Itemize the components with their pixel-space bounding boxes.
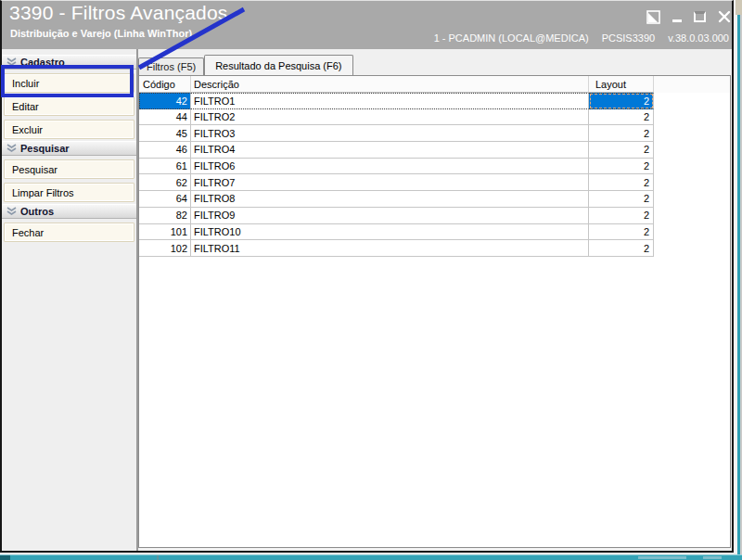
cell-descricao[interactable]: FILTRO10	[191, 224, 589, 241]
sidebar: Cadastro Incluir Editar Excluir Pesquisa…	[2, 49, 138, 551]
cell-layout[interactable]: 2	[589, 109, 654, 126]
section-header-cadastro[interactable]: Cadastro	[2, 55, 136, 70]
tab-filtros[interactable]: Filtros (F5)	[138, 57, 204, 75]
cell-layout[interactable]: 2	[589, 240, 654, 257]
maximize-icon[interactable]	[694, 11, 706, 22]
double-chevron-down-icon	[6, 57, 17, 67]
pesquisar-button[interactable]: Pesquisar	[4, 159, 134, 179]
cell-codigo[interactable]: 42	[139, 93, 191, 109]
section-header-outros[interactable]: Outros	[2, 204, 136, 219]
limpar-filtros-button[interactable]: Limpar Filtros	[4, 183, 134, 202]
titlebar: 3390 - Filtros Avançados Distribuição e …	[2, 1, 732, 49]
app-window: 3390 - Filtros Avançados Distribuição e …	[0, 0, 734, 553]
cell-descricao[interactable]: FILTRO6	[191, 159, 589, 175]
cell-layout[interactable]: 2	[589, 191, 654, 208]
column-header-layout[interactable]: Layout	[589, 76, 654, 93]
cell-layout[interactable]: 2	[589, 174, 654, 191]
cell-codigo[interactable]: 102	[139, 240, 191, 257]
version-number: v.38.0.03.000	[668, 32, 729, 44]
section-label: Pesquisar	[20, 143, 70, 154]
cell-layout[interactable]: 2	[589, 142, 654, 159]
table-row[interactable]: 61 FILTRO6 2	[139, 159, 730, 175]
taskbar-fragment	[0, 555, 10, 560]
editar-button[interactable]: Editar	[4, 96, 134, 116]
fechar-button[interactable]: Fechar	[4, 223, 134, 242]
cell-codigo[interactable]: 64	[139, 191, 191, 208]
table-row[interactable]: 44 FILTRO2 2	[139, 109, 730, 126]
tab-bar: Filtros (F5) Resultado da Pesquisa (F6)	[138, 55, 353, 75]
table-row[interactable]: 102 FILTRO11 2	[139, 240, 730, 257]
cell-codigo[interactable]: 82	[139, 208, 191, 224]
grid-header-row: Código Descrição Layout	[139, 76, 730, 93]
cell-layout[interactable]: 2	[589, 208, 654, 224]
taskbar-fragment	[703, 556, 722, 559]
grid-header-filler	[654, 76, 730, 93]
minimize-icon[interactable]	[672, 11, 682, 22]
double-chevron-down-icon	[6, 144, 17, 153]
section-header-pesquisar[interactable]: Pesquisar	[2, 141, 136, 156]
cell-layout[interactable]: 2	[589, 93, 654, 109]
restore-icon[interactable]	[646, 10, 660, 24]
window-title: 3390 - Filtros Avançados	[9, 2, 228, 24]
column-header-descricao[interactable]: Descrição	[191, 76, 589, 93]
cell-descricao[interactable]: FILTRO11	[191, 240, 589, 257]
close-icon[interactable]	[718, 10, 731, 23]
cell-descricao[interactable]: FILTRO3	[191, 125, 589, 142]
cell-layout[interactable]: 2	[589, 159, 654, 175]
double-chevron-down-icon	[6, 207, 17, 216]
cell-descricao[interactable]: FILTRO1	[191, 93, 589, 109]
cell-layout[interactable]: 2	[589, 125, 654, 142]
tab-resultado-pesquisa[interactable]: Resultado da Pesquisa (F6)	[204, 55, 352, 75]
cell-codigo[interactable]: 101	[139, 224, 191, 241]
module-code: PCSIS3390	[602, 32, 655, 44]
cell-codigo[interactable]: 62	[139, 174, 191, 191]
results-grid: Código Descrição Layout 42 FILTRO1 2 44 …	[138, 75, 731, 548]
table-row[interactable]: 62 FILTRO7 2	[139, 174, 730, 191]
excluir-button[interactable]: Excluir	[4, 120, 134, 139]
taskbar-fragment	[638, 556, 686, 559]
cell-descricao[interactable]: FILTRO8	[191, 191, 589, 208]
table-row[interactable]: 46 FILTRO4 2	[139, 142, 730, 159]
column-header-codigo[interactable]: Código	[139, 76, 191, 93]
cell-codigo[interactable]: 46	[139, 142, 191, 159]
cell-descricao[interactable]: FILTRO4	[191, 142, 589, 159]
section-label: Outros	[20, 206, 54, 217]
session-info: 1 - PCADMIN (LOCAL@MEDICA)PCSIS3390v.38.…	[421, 32, 729, 44]
table-row[interactable]: 64 FILTRO8 2	[139, 191, 730, 208]
cell-codigo[interactable]: 61	[139, 159, 191, 175]
cell-layout[interactable]: 2	[589, 224, 654, 241]
taskbar-fragment	[157, 555, 159, 560]
incluir-button[interactable]: Incluir	[4, 73, 134, 93]
table-row[interactable]: 82 FILTRO9 2	[139, 208, 730, 224]
background-window-fragment	[736, 0, 742, 15]
table-row[interactable]: 101 FILTRO10 2	[139, 224, 730, 241]
session-user: 1 - PCADMIN (LOCAL@MEDICA)	[434, 32, 589, 44]
cell-codigo[interactable]: 45	[139, 125, 191, 142]
cell-descricao[interactable]: FILTRO2	[191, 109, 589, 126]
taskbar-strip	[0, 554, 742, 560]
window-subtitle: Distribuição e Varejo (Linha WinThor)	[10, 28, 192, 39]
cell-descricao[interactable]: FILTRO7	[191, 174, 589, 191]
section-label: Cadastro	[20, 57, 65, 68]
window-controls	[646, 8, 732, 25]
cell-descricao[interactable]: FILTRO9	[191, 208, 589, 224]
cell-codigo[interactable]: 44	[139, 109, 191, 126]
table-row[interactable]: 45 FILTRO3 2	[139, 125, 730, 142]
table-row-selected[interactable]: 42 FILTRO1 2	[139, 93, 730, 109]
